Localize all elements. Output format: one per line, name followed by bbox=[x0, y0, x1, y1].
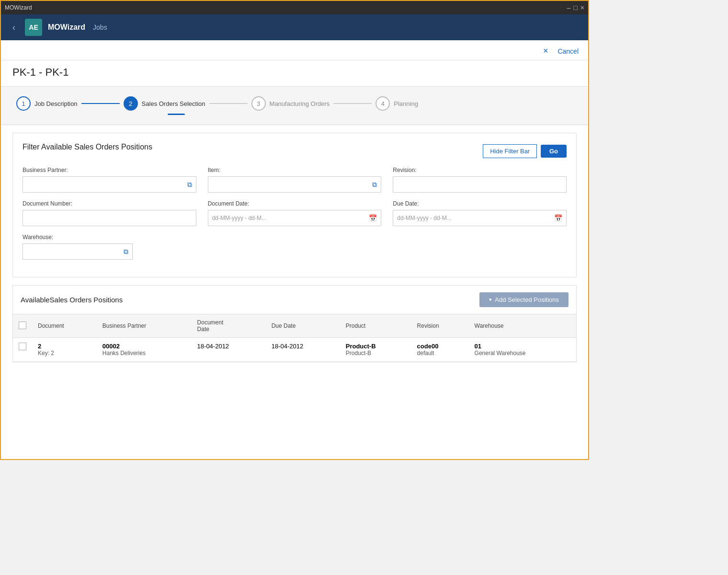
due-date-field: Due Date: dd-MM-yyyy - dd-M... 📅 bbox=[393, 200, 567, 226]
table-header-row: AvailableSales Orders Positions ▾ Add Se… bbox=[13, 286, 576, 314]
step-line-3 bbox=[333, 103, 372, 104]
warehouse-num: 01 bbox=[475, 343, 570, 350]
product-desc: Product-B bbox=[346, 350, 406, 356]
minimize-icon[interactable]: – bbox=[567, 4, 571, 12]
stepper-container: 1 Job Description 2 Sales Orders Selecti… bbox=[1, 87, 588, 125]
product-col-header: Product bbox=[340, 314, 411, 338]
app-subtitle: Jobs bbox=[93, 23, 107, 31]
step-line-1 bbox=[81, 103, 120, 104]
document-date-col-header: DocumentDate bbox=[192, 314, 266, 338]
document-date-input[interactable]: dd-MM-yyyy - dd-M... 📅 bbox=[208, 210, 382, 226]
document-date-calendar-icon[interactable]: 📅 bbox=[369, 214, 377, 222]
revision-input[interactable] bbox=[393, 176, 567, 193]
due-date-placeholder: dd-MM-yyyy - dd-M... bbox=[397, 215, 451, 221]
app-header: ‹ AE MOWizard Jobs bbox=[1, 14, 588, 40]
document-date-label: Document Date: bbox=[208, 200, 382, 207]
item-lookup-icon[interactable]: ⧉ bbox=[372, 181, 377, 189]
item-field: Item: ⧉ bbox=[208, 167, 382, 193]
document-number-input[interactable] bbox=[23, 210, 196, 226]
filter-row-2: Document Number: Document Date: dd-MM-yy… bbox=[23, 200, 567, 226]
step-4-circle: 4 bbox=[375, 96, 390, 111]
business-partner-col-header: Business Partner bbox=[97, 314, 192, 338]
step-3-label: Manufacturing Orders bbox=[270, 100, 330, 107]
cancel-button[interactable]: Cancel bbox=[557, 46, 579, 56]
close-button[interactable]: × bbox=[543, 46, 548, 56]
doc-date-cell: 18-04-2012 bbox=[192, 338, 266, 362]
app-title: MOWizard bbox=[48, 23, 85, 32]
step-4[interactable]: 4 Planning bbox=[375, 96, 418, 111]
document-number-field: Document Number: bbox=[23, 200, 196, 226]
step-line-2 bbox=[209, 103, 248, 104]
row-checkbox-cell[interactable] bbox=[13, 338, 32, 362]
warehouse-field: Warehouse: ⧉ bbox=[23, 234, 133, 260]
page-title-row: PK-1 - PK-1 bbox=[1, 60, 588, 87]
filter-header: Filter Available Sales Orders Positions … bbox=[23, 143, 567, 159]
hide-filter-bar-button[interactable]: Hide Filter Bar bbox=[483, 144, 537, 158]
step-2-circle: 2 bbox=[124, 96, 138, 111]
stepper: 1 Job Description 2 Sales Orders Selecti… bbox=[16, 96, 573, 111]
table-row: 2 Key: 2 00002 Hanks Deliveries 18-04-20… bbox=[13, 338, 576, 362]
doc-key: Key: 2 bbox=[38, 350, 91, 356]
business-partner-input[interactable]: ⧉ bbox=[23, 176, 196, 193]
warehouse-lookup-icon[interactable]: ⧉ bbox=[124, 248, 128, 256]
revision-main: code00 bbox=[417, 343, 463, 350]
maximize-icon[interactable]: □ bbox=[573, 4, 577, 12]
warehouse-cell: 01 General Warehouse bbox=[469, 338, 576, 362]
step-3[interactable]: 3 Manufacturing Orders bbox=[251, 96, 330, 111]
warehouse-name: General Warehouse bbox=[475, 350, 570, 356]
bp-name: Hanks Deliveries bbox=[102, 350, 186, 356]
revision-cell: code00 default bbox=[411, 338, 469, 362]
window-close-icon[interactable]: × bbox=[580, 4, 584, 12]
page-title: PK-1 - PK-1 bbox=[12, 66, 577, 79]
window-controls[interactable]: – □ × bbox=[567, 4, 584, 12]
warehouse-col-header: Warehouse bbox=[469, 314, 576, 338]
step-1-circle: 1 bbox=[16, 96, 31, 111]
business-partner-field: Business Partner: ⧉ bbox=[23, 167, 196, 193]
document-date-placeholder: dd-MM-yyyy - dd-M... bbox=[212, 215, 266, 221]
step-1-label: Job Description bbox=[34, 100, 78, 107]
business-partner-lookup-icon[interactable]: ⧉ bbox=[187, 181, 192, 189]
step-active-indicator bbox=[168, 114, 185, 115]
due-date-label: Due Date: bbox=[393, 200, 567, 207]
select-all-checkbox[interactable] bbox=[19, 322, 26, 329]
revision-sub: default bbox=[417, 350, 463, 356]
filter-actions: Hide Filter Bar Go bbox=[483, 144, 567, 158]
step-1[interactable]: 1 Job Description bbox=[16, 96, 78, 111]
revision-label: Revision: bbox=[393, 167, 567, 173]
app-logo: AE bbox=[25, 19, 42, 36]
bp-cell: 00002 Hanks Deliveries bbox=[97, 338, 192, 362]
revision-col-header: Revision bbox=[411, 314, 469, 338]
add-selected-positions-button[interactable]: ▾ Add Selected Positions bbox=[479, 292, 569, 307]
app-window-title: MOWizard bbox=[5, 4, 32, 11]
select-all-header[interactable] bbox=[13, 314, 32, 338]
table-header: Document Business Partner DocumentDate D… bbox=[13, 314, 576, 338]
document-col-header: Document bbox=[32, 314, 97, 338]
warehouse-input[interactable]: ⧉ bbox=[23, 243, 133, 260]
doc-cell: 2 Key: 2 bbox=[32, 338, 97, 362]
product-name: Product-B bbox=[346, 343, 406, 350]
filter-title: Filter Available Sales Orders Positions bbox=[23, 143, 152, 151]
due-date-input[interactable]: dd-MM-yyyy - dd-M... 📅 bbox=[393, 210, 567, 226]
step-3-circle: 3 bbox=[251, 96, 266, 111]
document-date-field: Document Date: dd-MM-yyyy - dd-M... 📅 bbox=[208, 200, 382, 226]
step-2-label: Sales Orders Selection bbox=[142, 100, 205, 107]
revision-field: Revision: bbox=[393, 167, 567, 193]
due-date-calendar-icon[interactable]: 📅 bbox=[554, 214, 562, 222]
due-date-cell: 18-04-2012 bbox=[266, 338, 340, 362]
chevron-down-icon: ▾ bbox=[489, 297, 492, 303]
main-content: × Cancel PK-1 - PK-1 1 Job Description 2… bbox=[1, 40, 588, 460]
row-checkbox[interactable] bbox=[19, 343, 26, 350]
document-number-label: Document Number: bbox=[23, 200, 196, 207]
table-title: AvailableSales Orders Positions bbox=[21, 296, 123, 304]
filter-row-3: Warehouse: ⧉ bbox=[23, 234, 567, 260]
filter-row-1: Business Partner: ⧉ Item: ⧉ Revision: bbox=[23, 167, 567, 193]
top-actions-bar: × Cancel bbox=[1, 40, 588, 60]
step-2[interactable]: 2 Sales Orders Selection bbox=[124, 96, 205, 111]
positions-table: Document Business Partner DocumentDate D… bbox=[13, 314, 576, 362]
warehouse-label: Warehouse: bbox=[23, 234, 133, 241]
go-button[interactable]: Go bbox=[541, 145, 567, 158]
title-bar: MOWizard – □ × bbox=[1, 1, 588, 14]
back-button[interactable]: ‹ bbox=[9, 21, 19, 34]
business-partner-label: Business Partner: bbox=[23, 167, 196, 173]
item-input[interactable]: ⧉ bbox=[208, 176, 382, 193]
